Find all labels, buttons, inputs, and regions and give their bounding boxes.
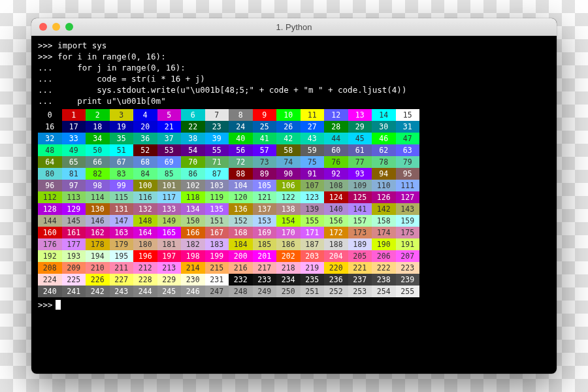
- prompt: >>>: [38, 299, 53, 310]
- color-cell: 116: [133, 191, 157, 203]
- color-cell: 173: [348, 227, 372, 238]
- color-cell: 137: [253, 203, 277, 215]
- color-cell: 34: [86, 133, 110, 144]
- color-cell: 23: [205, 121, 229, 133]
- color-cell: 62: [372, 144, 396, 156]
- color-cell: 29: [348, 121, 372, 133]
- color-cell: 151: [205, 215, 229, 227]
- color-cell: 209: [62, 262, 86, 274]
- color-cell: 4: [133, 109, 157, 121]
- titlebar[interactable]: 1. Python: [31, 18, 557, 36]
- color-cell: 217: [253, 262, 277, 274]
- color-cell: 55: [205, 144, 229, 156]
- code-line: ... sys.stdout.write(u"\u001b[48;5;" + c…: [38, 84, 550, 95]
- color-cell: 125: [348, 191, 372, 203]
- prompt-row[interactable]: >>>: [38, 299, 550, 310]
- color-cell: 110: [372, 180, 396, 191]
- color-cell: 233: [253, 274, 277, 286]
- color-cell: 74: [276, 156, 301, 168]
- color-cell: 46: [372, 133, 396, 144]
- color-cell: 52: [133, 144, 157, 156]
- color-cell: 12: [324, 109, 348, 121]
- color-cell: 179: [110, 238, 134, 250]
- color-cell: 142: [372, 203, 396, 215]
- minimize-icon[interactable]: [52, 23, 60, 31]
- color-cell: 219: [301, 262, 325, 274]
- color-cell: 72: [229, 156, 253, 168]
- color-cell: 115: [110, 191, 134, 203]
- color-cell: 100: [133, 180, 157, 191]
- color-cell: 141: [348, 203, 372, 215]
- color-grid: 0123456789101112131415161718192021222324…: [38, 109, 550, 297]
- color-cell: 203: [301, 250, 325, 262]
- color-cell: 208: [38, 262, 62, 274]
- color-cell: 234: [276, 274, 301, 286]
- color-cell: 178: [86, 238, 110, 250]
- color-cell: 182: [181, 238, 205, 250]
- color-cell: 187: [301, 238, 325, 250]
- color-cell: 11: [301, 109, 325, 121]
- color-cell: 131: [110, 203, 134, 215]
- color-cell: 201: [253, 250, 277, 262]
- color-cell: 192: [38, 250, 62, 262]
- color-cell: 75: [301, 156, 325, 168]
- color-cell: 107: [301, 180, 325, 191]
- terminal-window: 1. Python >>> import sys>>> for i in ran…: [31, 18, 557, 374]
- color-cell: 175: [396, 227, 420, 238]
- color-cell: 98: [86, 180, 110, 191]
- color-cell: 117: [157, 191, 182, 203]
- color-cell: 87: [205, 168, 229, 180]
- color-cell: 120: [229, 191, 253, 203]
- color-cell: 195: [110, 250, 134, 262]
- color-cell: 191: [396, 238, 420, 250]
- color-cell: 143: [396, 203, 420, 215]
- color-cell: 221: [348, 262, 372, 274]
- color-cell: 14: [372, 109, 396, 121]
- color-cell: 71: [205, 156, 229, 168]
- color-cell: 102: [181, 180, 205, 191]
- color-cell: 170: [276, 227, 301, 238]
- color-cell: 44: [324, 133, 348, 144]
- color-cell: 111: [396, 180, 420, 191]
- color-cell: 28: [324, 121, 348, 133]
- color-cell: 8: [229, 109, 253, 121]
- color-cell: 136: [229, 203, 253, 215]
- color-cell: 246: [181, 286, 205, 297]
- color-cell: 250: [276, 286, 301, 297]
- color-cell: 79: [396, 156, 420, 168]
- color-cell: 228: [133, 274, 157, 286]
- color-cell: 77: [348, 156, 372, 168]
- color-cell: 197: [157, 250, 182, 262]
- color-cell: 118: [181, 191, 205, 203]
- color-cell: 63: [396, 144, 420, 156]
- color-cell: 122: [276, 191, 301, 203]
- color-cell: 113: [62, 191, 86, 203]
- code-line: >>> import sys: [38, 40, 550, 51]
- color-cell: 160: [38, 227, 62, 238]
- color-cell: 212: [133, 262, 157, 274]
- color-cell: 7: [205, 109, 229, 121]
- color-cell: 238: [372, 274, 396, 286]
- close-icon[interactable]: [39, 23, 47, 31]
- color-cell: 207: [396, 250, 420, 262]
- color-cell: 54: [181, 144, 205, 156]
- color-cell: 194: [86, 250, 110, 262]
- color-cell: 186: [276, 238, 301, 250]
- color-cell: 129: [62, 203, 86, 215]
- color-cell: 86: [181, 168, 205, 180]
- color-cell: 215: [205, 262, 229, 274]
- color-cell: 214: [181, 262, 205, 274]
- color-cell: 134: [181, 203, 205, 215]
- color-cell: 132: [133, 203, 157, 215]
- color-cell: 82: [86, 168, 110, 180]
- color-cell: 97: [62, 180, 86, 191]
- color-cell: 61: [348, 144, 372, 156]
- color-cell: 68: [133, 156, 157, 168]
- terminal-body[interactable]: >>> import sys>>> for i in range(0, 16):…: [31, 36, 557, 317]
- color-cell: 17: [62, 121, 86, 133]
- color-cell: 243: [110, 286, 134, 297]
- color-row: 16171819202122232425262728293031: [38, 121, 550, 133]
- zoom-icon[interactable]: [65, 23, 73, 31]
- color-cell: 164: [133, 227, 157, 238]
- color-cell: 171: [301, 227, 325, 238]
